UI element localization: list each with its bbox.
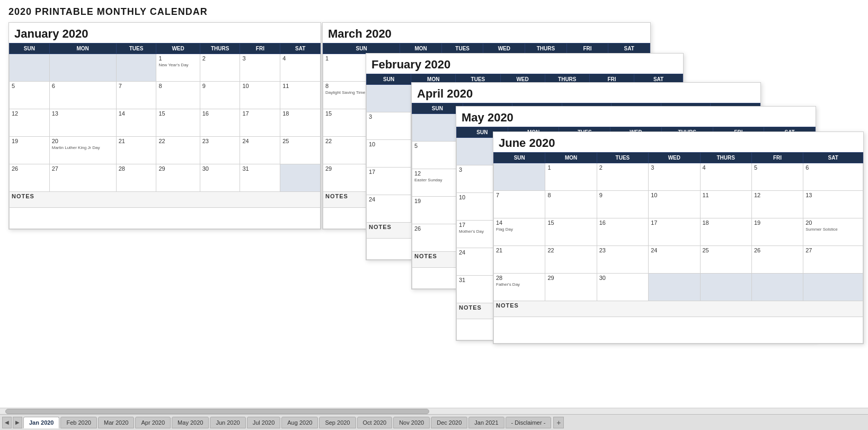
empty-cell xyxy=(412,114,463,142)
june-table: SUN MON TUES WED THURS FRI SAT 1 2 3 4 5 xyxy=(493,152,863,344)
day-cell: 29 xyxy=(156,164,200,192)
june-calendar: June 2020 SUN MON TUES WED THURS FRI SAT… xyxy=(493,131,864,344)
col-mon: MON xyxy=(400,43,442,54)
day-cell: 4 xyxy=(280,54,321,82)
col-sun: SUN xyxy=(323,43,400,54)
tab-add-button[interactable]: + xyxy=(553,417,564,428)
col-tues: TUES xyxy=(597,153,648,163)
day-cell: 16 xyxy=(200,109,240,137)
day-cell: 20Summer Solstice xyxy=(803,218,863,246)
day-cell: 14Flag Day xyxy=(494,218,545,246)
empty-cell xyxy=(49,54,116,82)
empty-cell xyxy=(494,163,545,191)
empty-cell xyxy=(803,274,863,301)
day-cell: 17 xyxy=(649,218,700,246)
col-sun: SUN xyxy=(10,43,50,54)
empty-cell xyxy=(649,274,700,301)
day-cell: 24 xyxy=(367,195,411,223)
day-cell: 4 xyxy=(700,163,751,191)
day-cell: 15 xyxy=(545,218,597,246)
tab-jan-2020[interactable]: Jan 2020 xyxy=(23,417,59,428)
col-mon: MON xyxy=(49,43,116,54)
tab-jan-2021[interactable]: Jan 2021 xyxy=(468,417,504,428)
day-cell: 29 xyxy=(545,274,597,301)
day-cell: 24 xyxy=(649,246,700,274)
tab-dec-2020[interactable]: Dec 2020 xyxy=(431,417,467,428)
tab-aug-2020[interactable]: Aug 2020 xyxy=(281,417,318,428)
day-cell: 18 xyxy=(280,109,321,137)
tab-may-2020[interactable]: May 2020 xyxy=(172,417,209,428)
day-cell: 10 xyxy=(240,82,280,109)
table-row: 7 8 9 10 11 12 13 xyxy=(494,191,863,218)
tab-feb-2020[interactable]: Feb 2020 xyxy=(60,417,96,428)
day-cell: 12 xyxy=(751,191,803,218)
tab-mar-2020[interactable]: Mar 2020 xyxy=(98,417,134,428)
day-cell: 10 xyxy=(649,191,700,218)
day-cell: 31 xyxy=(240,164,280,192)
day-cell: 3 xyxy=(367,112,411,140)
col-fri: FRI xyxy=(751,153,803,163)
empty-cell xyxy=(700,274,751,301)
tab-jun-2020[interactable]: Jun 2020 xyxy=(210,417,245,428)
notes-content xyxy=(494,317,863,344)
day-cell: 6 xyxy=(49,82,116,109)
tab-oct-2020[interactable]: Oct 2020 xyxy=(357,417,393,428)
scrollbar-thumb[interactable] xyxy=(5,409,429,414)
notes-label: NOTES xyxy=(494,301,863,317)
tab-scroll-left-button[interactable]: ◀ xyxy=(2,417,12,428)
col-wed: WED xyxy=(649,153,700,163)
main-container: 2020 PRINTABLE MONTHLY CALENDAR January … xyxy=(0,0,868,430)
day-cell: 18 xyxy=(700,218,751,246)
tab-jul-2020[interactable]: Jul 2020 xyxy=(247,417,281,428)
january-title: January 2020 xyxy=(9,23,321,43)
day-cell: 30 xyxy=(597,274,648,301)
empty-cell xyxy=(10,54,50,82)
table-row: 19 20Martin Luther King Jr Day 21 22 23 … xyxy=(10,137,321,164)
day-cell: 5 xyxy=(10,82,50,109)
col-fri: FRI xyxy=(566,43,608,54)
col-sun: SUN xyxy=(412,103,463,114)
day-cell: 22 xyxy=(156,137,200,164)
day-cell: 19 xyxy=(751,218,803,246)
table-row: 1 2 3 4 5 6 xyxy=(494,163,863,191)
day-cell: 11 xyxy=(280,82,321,109)
tab-bar: ◀ ▶ Jan 2020 Feb 2020 Mar 2020 Apr 2020 … xyxy=(0,414,868,430)
col-sat: SAT xyxy=(803,153,863,163)
day-cell: 9 xyxy=(200,82,240,109)
scrollbar-area xyxy=(0,408,868,414)
col-sun: SUN xyxy=(367,74,411,85)
day-cell: 13 xyxy=(803,191,863,218)
empty-cell xyxy=(116,54,156,82)
tab-apr-2020[interactable]: Apr 2020 xyxy=(135,417,171,428)
col-wed: WED xyxy=(483,43,525,54)
day-cell: 3 xyxy=(649,163,700,191)
tab-disclaimer[interactable]: - Disclaimer - xyxy=(506,417,552,428)
tab-nov-2020[interactable]: Nov 2020 xyxy=(393,417,430,428)
day-cell: 28Father's Day xyxy=(494,274,545,301)
notes-label: NOTES xyxy=(10,192,321,208)
day-cell: 3 xyxy=(240,54,280,82)
january-table: SUN MON TUES WED THURS FRI SAT 1New Year… xyxy=(9,43,321,229)
table-row: 26 27 28 29 30 31 xyxy=(10,164,321,192)
day-cell: 8 xyxy=(156,82,200,109)
table-row: 5 6 7 8 9 10 11 xyxy=(10,82,321,109)
col-tues: TUES xyxy=(116,43,156,54)
day-cell: 10 xyxy=(367,140,411,168)
notes-content-row xyxy=(494,317,863,344)
day-cell: 8 xyxy=(545,191,597,218)
day-cell: 22 xyxy=(545,246,597,274)
day-cell: 2 xyxy=(200,54,240,82)
tab-sep-2020[interactable]: Sep 2020 xyxy=(319,417,356,428)
col-tues: TUES xyxy=(441,43,483,54)
col-thurs: THURS xyxy=(200,43,240,54)
day-cell: 7 xyxy=(116,82,156,109)
table-row: 28Father's Day 29 30 xyxy=(494,274,863,301)
day-cell: 30 xyxy=(200,164,240,192)
col-sun: SUN xyxy=(494,153,545,163)
notes-content xyxy=(10,208,321,229)
day-cell: 16 xyxy=(597,218,648,246)
day-cell: 13 xyxy=(49,109,116,137)
tab-scroll-right-button[interactable]: ▶ xyxy=(13,417,22,428)
table-row: 21 22 23 24 25 26 27 xyxy=(494,246,863,274)
day-cell: 25 xyxy=(280,137,321,164)
